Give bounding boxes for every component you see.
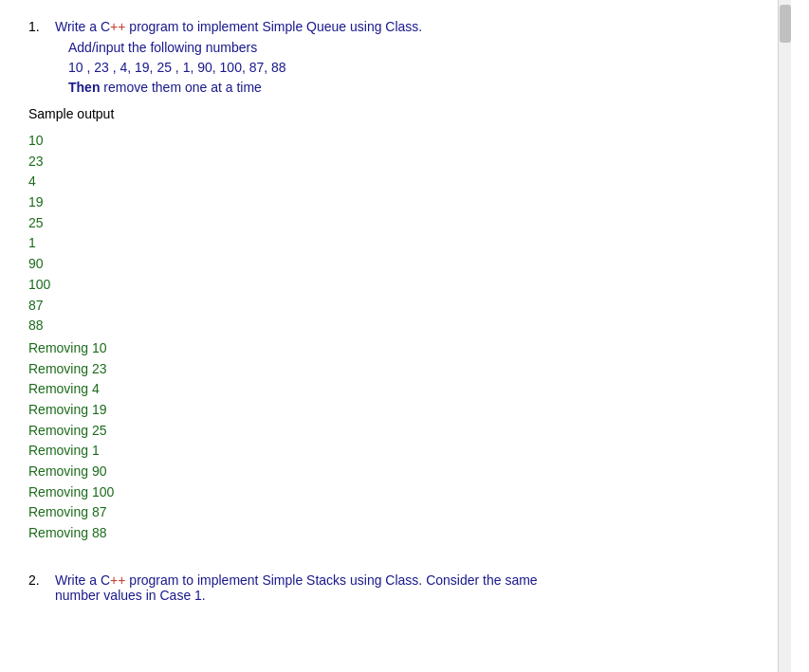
question-1-block: 1. Write a C++ program to implement Simp… (28, 19, 749, 544)
question-1-line: 1. Write a C++ program to implement Simp… (28, 19, 749, 34)
removing-90: Removing 90 (28, 462, 749, 482)
scrollbar-thumb[interactable] (780, 5, 791, 43)
question-2-subline: number values in Case 1. (55, 588, 538, 603)
question-1-subline2: 10 , 23 , 4, 19, 25 , 1, 90, 100, 87, 88 (68, 60, 749, 75)
q1-text-suffix: program to implement Simple Queue using … (125, 19, 422, 34)
output-num-87: 87 (28, 296, 749, 317)
output-num-88: 88 (28, 316, 749, 336)
removing-100: Removing 100 (28, 482, 749, 503)
q1-text-prefix: Write a C (55, 19, 110, 34)
output-num-10: 10 (28, 131, 749, 152)
removing-87: Removing 87 (28, 502, 749, 523)
q2-text-prefix: Write a C (55, 572, 110, 588)
removing-23: Removing 23 (28, 359, 749, 380)
removing-88: Removing 88 (28, 523, 749, 544)
output-num-100: 100 (28, 275, 749, 296)
question-2-block: 2. Write a C++ program to implement Simp… (28, 572, 749, 603)
question-1-number: 1. (28, 19, 55, 34)
question-2-content: Write a C++ program to implement Simple … (55, 572, 538, 603)
output-num-25: 25 (28, 213, 749, 234)
removing-25: Removing 25 (28, 421, 749, 442)
removing-10: Removing 10 (28, 338, 749, 359)
removing-4: Removing 4 (28, 379, 749, 400)
output-num-23: 23 (28, 152, 749, 173)
removing-19: Removing 19 (28, 400, 749, 421)
question-2-text: Write a C++ program to implement Simple … (55, 572, 538, 588)
q2-cpp-symbol: ++ (110, 572, 125, 588)
question-1-text: Write a C++ program to implement Simple … (55, 19, 422, 34)
output-numbers: 10 23 4 19 25 1 90 100 87 88 (28, 131, 749, 336)
output-num-1: 1 (28, 233, 749, 254)
removing-1: Removing 1 (28, 441, 749, 462)
q1-cpp-symbol: ++ (110, 19, 125, 34)
q1-then: Then (68, 80, 100, 95)
q2-text-suffix: program to implement Simple Stacks using… (125, 572, 537, 588)
sample-output-label: Sample output (28, 106, 749, 121)
output-num-19: 19 (28, 192, 749, 213)
question-2-line: 2. Write a C++ program to implement Simp… (28, 572, 749, 603)
removing-lines: Removing 10 Removing 23 Removing 4 Remov… (28, 338, 749, 544)
question-1-subline3: Then remove them one at a time (68, 80, 749, 95)
question-2-number: 2. (28, 572, 55, 588)
scrollbar[interactable] (778, 0, 791, 672)
output-num-4: 4 (28, 172, 749, 192)
question-1-subline1: Add/input the following numbers (68, 40, 749, 55)
output-num-90: 90 (28, 254, 749, 275)
